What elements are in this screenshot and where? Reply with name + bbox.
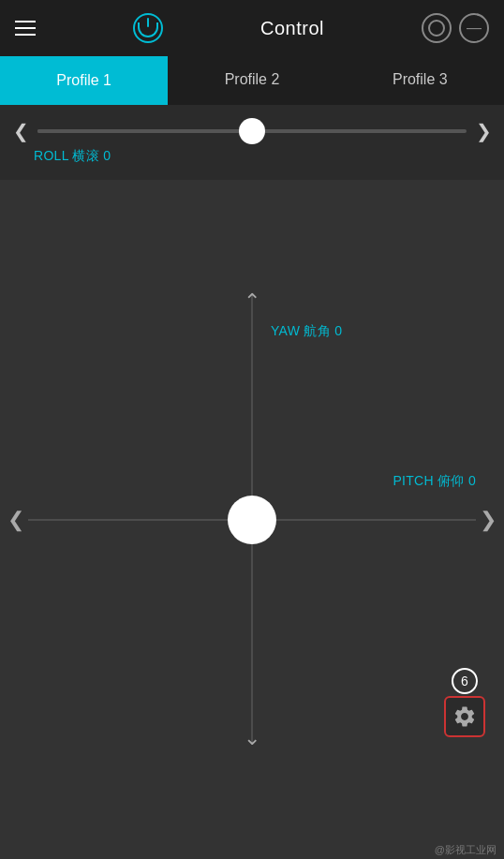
slider-left-arrow[interactable]: ❮ xyxy=(7,120,34,142)
settings-button[interactable] xyxy=(444,696,485,737)
header-title: Control xyxy=(260,18,324,39)
joystick-section: ⌃ ⌄ ❮ ❯ YAW 航角 0 PITCH 俯仰 0 6 xyxy=(0,180,504,859)
slider-thumb[interactable] xyxy=(239,118,265,144)
slider-right-arrow[interactable]: ❯ xyxy=(470,120,497,142)
joystick-container[interactable]: ⌃ ⌄ ❮ ❯ YAW 航角 0 PITCH 俯仰 0 6 xyxy=(0,276,504,763)
main-content: ❮ ❯ ROLL 横滚 0 ⌃ ⌄ ❮ ❯ YAW 航角 0 PITCH 俯仰 … xyxy=(0,105,504,859)
profile-tabs: Profile 1 Profile 2 Profile 3 xyxy=(0,56,504,105)
joystick-thumb[interactable] xyxy=(228,496,276,544)
roll-label: ROLL 横滚 0 xyxy=(0,142,504,165)
yaw-label: YAW 航角 0 xyxy=(271,323,342,340)
left-arrow-icon: ❮ xyxy=(7,508,24,532)
app-header: Control xyxy=(0,0,504,56)
tab-profile2[interactable]: Profile 2 xyxy=(168,56,335,105)
roll-slider-section: ❮ ❯ ROLL 横滚 0 xyxy=(0,105,504,180)
target-icon[interactable] xyxy=(459,13,489,43)
tab-profile3[interactable]: Profile 3 xyxy=(336,56,504,105)
up-arrow-icon: ⌃ xyxy=(244,289,260,314)
settings-badge-group: 6 xyxy=(444,668,485,737)
power-button[interactable] xyxy=(133,13,163,43)
right-arrow-icon: ❯ xyxy=(480,508,497,532)
pitch-label: PITCH 俯仰 0 xyxy=(393,473,476,490)
slider-row: ❮ ❯ xyxy=(0,120,504,142)
slider-track[interactable] xyxy=(37,129,467,133)
watermark: @影视工业网 xyxy=(435,843,497,857)
menu-button[interactable] xyxy=(15,21,36,36)
settings-badge-number: 6 xyxy=(452,668,478,694)
tab-profile1[interactable]: Profile 1 xyxy=(0,56,168,105)
down-arrow-icon: ⌄ xyxy=(244,726,260,750)
gear-icon xyxy=(452,704,477,729)
wheel-icon[interactable] xyxy=(422,13,452,43)
slider-fill xyxy=(37,129,252,133)
header-right-icons xyxy=(422,13,489,43)
